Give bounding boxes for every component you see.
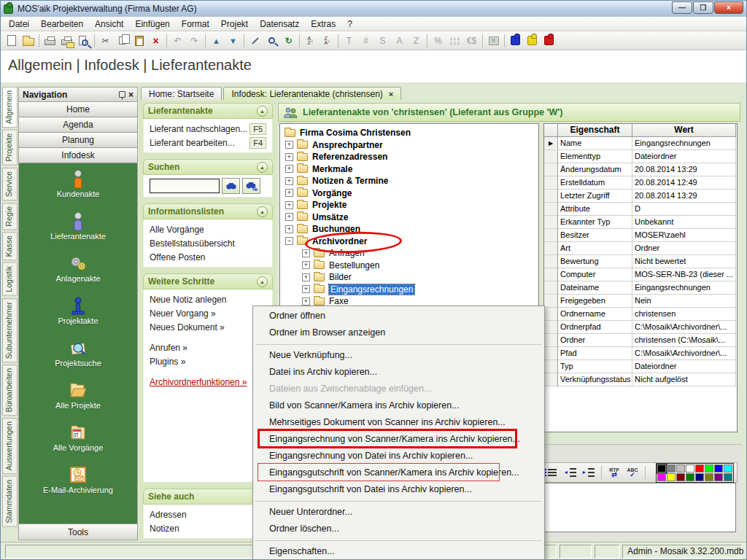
restore-button[interactable]: ❒	[693, 1, 713, 14]
tree-item-buchungen[interactable]: + Buchungen	[280, 223, 538, 236]
expander-plus-icon[interactable]: +	[285, 201, 293, 209]
tab-close-icon[interactable]: ×	[389, 90, 393, 98]
menu-item-bild-von-scanner[interactable]: Bild von Scanner/Kamera ins Archiv kopie…	[253, 397, 544, 414]
expander-plus-icon[interactable]: +	[285, 141, 293, 149]
color-swatch[interactable]	[657, 473, 666, 481]
property-name[interactable]: Pfad	[558, 347, 632, 360]
tree-item-umsaetze[interactable]: + Umsätze	[280, 211, 538, 224]
print-icon[interactable]	[42, 33, 58, 49]
property-value[interactable]: Unbekannt	[632, 216, 736, 229]
property-value[interactable]: christensen	[632, 308, 736, 321]
nav-item-kundenakte[interactable]: Kundenakte	[19, 169, 137, 211]
move-down-icon[interactable]: ▼	[225, 33, 241, 49]
menu-einfuegen[interactable]: Einfügen	[129, 18, 175, 31]
link-archivordnerfunktionen[interactable]: Archivordnerfunktionen »	[150, 375, 266, 389]
tree-item-projekte[interactable]: + Projekte	[280, 199, 538, 211]
tree-item-ansprechpartner[interactable]: + Ansprechpartner	[280, 139, 538, 152]
tab-infodesk-lieferantenakte[interactable]: Infodesk: Lieferantenakte (christensen) …	[223, 87, 401, 100]
link-plugins[interactable]: Plugins »	[150, 354, 266, 368]
menu-item-eingangsrechnung-scanner[interactable]: Eingangsrechnung von Scanner/Kamera ins …	[253, 431, 544, 448]
link-neuer-vorgang[interactable]: Neuer Vorgang »	[150, 306, 266, 320]
plugin-yellow-icon[interactable]	[524, 33, 541, 49]
menu-item-eingangsrechnung-datei[interactable]: Eingangsrechnung von Datei ins Archiv ko…	[253, 448, 544, 464]
menu-bearbeiten[interactable]: Bearbeiten	[35, 18, 89, 31]
property-name[interactable]: Ordner	[558, 334, 632, 347]
property-name[interactable]: Verknüpfungsstatus	[558, 373, 632, 386]
color-swatch[interactable]	[676, 473, 685, 481]
link-offene-posten[interactable]: Offene Posten	[150, 250, 266, 264]
expander-plus-icon[interactable]: +	[302, 249, 310, 257]
menu-item-eingangsgutschrift-scanner[interactable]: Eingangsgutschrift von Scanner/Kamera in…	[253, 464, 544, 481]
property-value[interactable]: D	[632, 203, 736, 216]
tree-item-bestellungen[interactable]: + Bestellungen	[280, 260, 538, 272]
color-swatch[interactable]	[686, 473, 694, 481]
property-value[interactable]: Nein	[632, 295, 736, 308]
print-envelope-icon[interactable]	[58, 33, 75, 49]
property-name[interactable]: Typ	[558, 360, 632, 373]
new-document-icon[interactable]	[3, 33, 20, 49]
tree-item-anfragen[interactable]: + Anfragen	[280, 247, 538, 260]
color-swatch[interactable]	[686, 464, 694, 472]
link-lieferant-nachschlagen[interactable]: Lieferant nachschlagen... F5	[150, 122, 266, 136]
link-adressen[interactable]: Adressen	[150, 508, 266, 521]
expander-plus-icon[interactable]: +	[285, 189, 293, 197]
format-number-icon[interactable]: #	[357, 33, 374, 49]
property-name[interactable]: Dateiname	[558, 281, 632, 295]
expander-plus-icon[interactable]: +	[302, 273, 310, 281]
menu-item-eingangsgutschrift-datei[interactable]: Eingangsgutschrift von Datei ins Archiv …	[253, 481, 544, 498]
property-value[interactable]: MOSER\zaehl	[632, 229, 736, 242]
tree-item-eingangsrechnungen-selected[interactable]: + Eingangsrechnungen	[280, 284, 538, 296]
property-name[interactable]: Ordnerpfad	[558, 321, 632, 334]
property-value[interactable]: C:\Mosaik\Archivordner\...	[632, 321, 736, 334]
menu-item-ordner-loeschen[interactable]: Ordner löschen...	[253, 521, 544, 537]
excel-export-icon[interactable]: X	[485, 33, 502, 49]
tab-home-startseite[interactable]: Home: Startseite	[141, 87, 222, 100]
link-lieferant-bearbeiten[interactable]: Lieferant bearbeiten... F4	[150, 136, 266, 149]
cut-icon[interactable]: ✂	[97, 33, 114, 49]
module-tab-auswertungen[interactable]: Auswertungen	[2, 418, 18, 474]
property-value[interactable]: Ordner	[632, 242, 736, 255]
property-name[interactable]: Attribute	[558, 203, 632, 216]
property-name[interactable]: Letzter Zugriff	[558, 190, 632, 203]
search-continue-button[interactable]	[242, 178, 260, 194]
color-swatch[interactable]	[695, 464, 704, 472]
property-value[interactable]: C:\Mosaik\Archivordner\...	[632, 347, 736, 360]
color-swatch[interactable]	[705, 473, 713, 481]
menu-item-ordner-oeffnen[interactable]: Ordner öffnen	[253, 308, 544, 324]
expander-plus-icon[interactable]: +	[285, 225, 293, 233]
property-name[interactable]: Computer	[558, 268, 632, 281]
module-tab-projekte[interactable]: Projekte	[2, 130, 18, 166]
property-value[interactable]: Dateiordner	[632, 150, 736, 163]
print-preview-icon[interactable]	[75, 33, 92, 49]
nav-button-home[interactable]: Home	[19, 102, 137, 117]
property-value[interactable]: Nicht aufgelöst	[632, 373, 736, 386]
menu-ansicht[interactable]: Ansicht	[89, 18, 129, 31]
module-tab-subunternehmer[interactable]: Subunternehmer	[2, 298, 18, 362]
property-value[interactable]: MOS-SER-NB-23 (dieser ...	[632, 268, 736, 281]
color-swatch[interactable]	[724, 473, 732, 481]
undo-icon[interactable]: ↶	[169, 33, 186, 49]
color-swatch[interactable]	[676, 464, 685, 472]
expander-minus-icon[interactable]: −	[285, 237, 293, 245]
link-anrufen[interactable]: Anrufen »	[150, 341, 266, 354]
nav-item-anlagenakte[interactable]: Anlagenakte	[19, 254, 137, 296]
tree-item-referenzadressen[interactable]: + Referenzadressen	[280, 151, 538, 163]
menu-extras[interactable]: Extras	[305, 18, 341, 31]
format-text-icon[interactable]: T	[341, 33, 357, 49]
property-value[interactable]: Nicht bewertet	[632, 255, 736, 268]
property-name[interactable]: Name	[558, 137, 632, 150]
color-swatch[interactable]	[714, 464, 723, 472]
column-header-wert[interactable]: Wert	[632, 124, 736, 137]
expander-plus-icon[interactable]: +	[285, 213, 293, 221]
menu-help[interactable]: ?	[341, 18, 358, 31]
column-header-eigenschaft[interactable]: Eigenschaft	[558, 124, 632, 137]
spellcheck-icon[interactable]: ABC✓	[624, 465, 640, 480]
expander-plus-icon[interactable]: +	[285, 153, 293, 161]
format-z-icon[interactable]: Z	[408, 33, 425, 49]
property-name[interactable]: Elementtyp	[558, 150, 632, 163]
refresh-icon[interactable]: ↻	[280, 33, 297, 49]
color-swatch[interactable]	[724, 464, 732, 472]
expander-plus-icon[interactable]: +	[302, 261, 310, 269]
menu-datensatz[interactable]: Datensatz	[254, 18, 305, 31]
module-tab-bueroarbeiten[interactable]: Büroarbeiten	[2, 365, 18, 416]
